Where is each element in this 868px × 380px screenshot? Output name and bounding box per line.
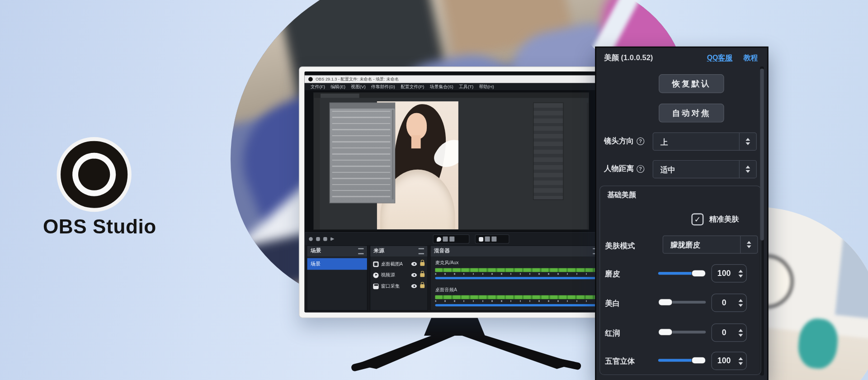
visibility-eye-icon[interactable] <box>411 262 417 266</box>
scene-item-selected[interactable]: 场景 <box>307 258 367 270</box>
obs-docks: 场景 场景 来源 桌面截图A <box>304 245 604 312</box>
precise-skin-checkbox[interactable] <box>691 213 703 225</box>
menu-profile[interactable]: 配置文件(P) <box>398 84 427 90</box>
toolbar-play-icon[interactable] <box>330 237 335 241</box>
obs-titlebar: OBS 29.1.3 - 配置文件: 未命名 - 场景: 未命名 <box>304 76 604 83</box>
menu-help[interactable]: 帮助(H) <box>476 84 496 90</box>
ps-side-panel <box>533 103 563 200</box>
obs-menubar: 文件(F) 编辑(E) 视图(V) 停靠部件(D) 配置文件(P) 场景集合(S… <box>304 83 604 90</box>
dock-menu-icon[interactable] <box>358 248 363 254</box>
monitor: OBS 29.1.3 - 配置文件: 未命名 - 场景: 未命名 文件(F) 编… <box>299 66 610 318</box>
menu-scene-collection[interactable]: 场景集合(S) <box>427 84 456 90</box>
obs-window-title: OBS 29.1.3 - 配置文件: 未命名 - 场景: 未命名 <box>316 76 399 82</box>
help-icon[interactable]: ? <box>637 138 644 145</box>
qq-support-link[interactable]: QQ客服 <box>707 53 733 63</box>
obs-logo-icon <box>52 133 136 216</box>
window-icon <box>479 237 483 241</box>
mixer-channel: 麦克风/Aux <box>435 260 598 279</box>
media-source-icon <box>373 272 378 278</box>
slider-handle[interactable] <box>658 298 673 305</box>
chevron-down-icon <box>745 142 750 145</box>
obs-window: OBS 29.1.3 - 配置文件: 未命名 - 场景: 未命名 文件(F) 编… <box>304 71 604 313</box>
smoothing-spinbox[interactable]: 100 <box>711 264 746 282</box>
skin-mode-label: 美肤模式 <box>605 241 635 251</box>
source-row[interactable]: 桌面截图A <box>370 259 427 269</box>
rosy-slider[interactable] <box>658 331 706 333</box>
image-source-icon <box>373 261 378 266</box>
ps-right-toolbar <box>587 103 589 230</box>
menu-edit[interactable]: 编辑(E) <box>328 84 348 90</box>
subject-distance-label: 人物距离 ? <box>604 164 644 174</box>
menu-docks[interactable]: 停靠部件(D) <box>368 84 398 90</box>
slider-handle[interactable] <box>691 270 706 277</box>
dock-menu-icon[interactable] <box>419 248 424 254</box>
lock-icon[interactable] <box>420 284 425 288</box>
subject-distance-select[interactable]: 适中 <box>653 160 757 178</box>
chevron-down-icon[interactable] <box>738 275 743 277</box>
chevron-down-icon[interactable] <box>738 362 743 365</box>
mixer-dock: 混音器 麦克风/Aux 桌面音频A <box>430 245 602 310</box>
ps-toolbar <box>314 98 320 230</box>
toolbar-square2-icon[interactable] <box>323 237 327 241</box>
chevron-down-icon <box>747 245 751 248</box>
slider-handle[interactable] <box>691 356 706 364</box>
menu-tools[interactable]: 工具(T) <box>456 84 476 90</box>
visibility-eye-icon[interactable] <box>411 273 417 277</box>
volume-slider[interactable] <box>435 304 598 306</box>
scenes-dock: 场景 场景 <box>307 245 368 310</box>
chevron-down-icon[interactable] <box>738 304 743 307</box>
chevron-up-icon <box>745 138 750 141</box>
face-3d-spinbox[interactable]: 100 <box>711 352 746 370</box>
toolbar-square-icon[interactable] <box>316 237 320 241</box>
chevron-up-icon[interactable] <box>738 270 743 272</box>
menu-view[interactable]: 视图(V) <box>348 84 368 90</box>
stage: OBS Studio OBS 29.1.3 - 配置文件: 未命名 - 场景: … <box>0 0 868 380</box>
mixer-channel: 桌面音频A <box>435 287 598 306</box>
select-spinner[interactable] <box>739 133 756 150</box>
whitening-slider[interactable] <box>658 301 706 304</box>
visibility-eye-icon[interactable] <box>411 284 417 288</box>
lens-direction-select[interactable]: 上 <box>653 133 757 151</box>
ps-floating-panel <box>330 103 396 204</box>
skin-mode-select[interactable]: 朦胧磨皮 <box>663 235 758 253</box>
smoothing-slider[interactable] <box>658 272 706 275</box>
tutorial-link[interactable]: 教程 <box>743 53 758 63</box>
meter-ticks <box>435 300 598 302</box>
whitening-spinbox[interactable]: 0 <box>711 294 746 312</box>
mixer-dock-title: 混音器 <box>434 247 450 255</box>
slider-handle[interactable] <box>658 328 673 336</box>
beauty-panel-title: 美颜 (1.0.0.52) <box>604 53 653 63</box>
menu-file[interactable]: 文件(F) <box>308 84 328 90</box>
lock-icon[interactable] <box>420 262 425 266</box>
sources-dock: 来源 桌面截图A 视频源 <box>370 245 428 310</box>
volume-slider[interactable] <box>435 277 598 279</box>
brand-title: OBS Studio <box>22 215 177 238</box>
face-3d-slider[interactable] <box>658 359 706 361</box>
rosy-spinbox[interactable]: 0 <box>711 323 746 342</box>
rosy-label: 红润 <box>605 328 620 338</box>
preview-toggle-button[interactable] <box>433 234 470 244</box>
program-toggle-button[interactable] <box>475 234 509 244</box>
restore-default-button[interactable]: 恢复默认 <box>659 74 724 93</box>
scenes-dock-title: 场景 <box>311 247 321 255</box>
autofocus-button[interactable]: 自动对焦 <box>659 104 724 123</box>
help-icon[interactable]: ? <box>637 165 644 173</box>
chevron-down-icon[interactable] <box>738 334 743 337</box>
chevron-up-icon[interactable] <box>738 329 743 332</box>
beauty-panel: 美颜 (1.0.0.52) QQ客服 教程 恢复默认 自动对焦 镜头方向 ? 上… <box>595 47 768 380</box>
volume-meter <box>435 295 598 299</box>
chevron-up-icon[interactable] <box>738 299 743 302</box>
source-row[interactable]: 窗口采集 <box>370 281 427 291</box>
chevron-down-icon <box>745 170 750 173</box>
face-3d-label: 五官立体 <box>605 357 635 367</box>
select-spinner[interactable] <box>740 236 757 253</box>
obs-preview-toolbar <box>304 232 604 245</box>
chevron-up-icon[interactable] <box>738 357 743 360</box>
source-row[interactable]: 视频源 <box>370 271 427 280</box>
captured-photoshop-window <box>313 92 589 230</box>
lock-icon[interactable] <box>420 273 425 277</box>
meter-ticks <box>435 273 598 275</box>
precise-skin-label: 精准美肤 <box>709 214 739 224</box>
select-spinner[interactable] <box>739 161 756 178</box>
chevron-up-icon <box>747 241 751 244</box>
